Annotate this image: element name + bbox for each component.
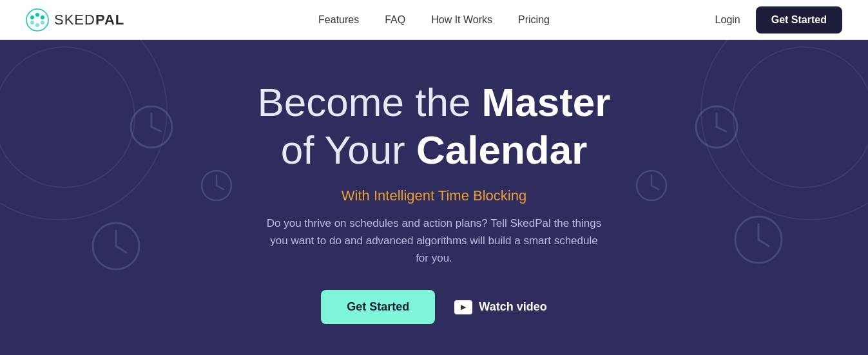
svg-point-3 (41, 15, 44, 19)
hero-description: Do you thrive on schedules and action pl… (267, 215, 602, 267)
svg-point-1 (30, 15, 34, 19)
svg-point-5 (35, 23, 39, 27)
hero-actions: Get Started Watch video (258, 290, 611, 324)
clock-icon-3 (90, 220, 142, 274)
hero-title-light: Become the (258, 80, 471, 124)
nav-faq[interactable]: FAQ (385, 14, 405, 25)
hero-content: Become the Master of Your Calendar With … (258, 79, 611, 324)
clock-icon-1 (129, 104, 174, 152)
logo-icon (26, 8, 49, 32)
svg-line-21 (651, 186, 659, 189)
clock-icon-5 (635, 169, 668, 205)
svg-point-4 (30, 21, 34, 24)
svg-line-24 (758, 240, 769, 246)
svg-line-18 (717, 127, 726, 131)
hero-title-master: Master (482, 80, 611, 124)
svg-line-12 (217, 186, 224, 189)
hero-title-calendar: Calendar (416, 128, 587, 172)
hero-title-of-your: of Your (281, 128, 405, 172)
hero-title: Become the Master of Your Calendar (258, 79, 611, 175)
nav-how-it-works[interactable]: How It Works (431, 14, 492, 25)
clock-icon-6 (733, 214, 784, 268)
svg-line-15 (116, 246, 126, 253)
hero-section: Become the Master of Your Calendar With … (0, 40, 868, 355)
video-camera-icon (454, 300, 472, 314)
svg-line-9 (151, 127, 161, 131)
login-link[interactable]: Login (715, 14, 740, 26)
nav-menu: Features FAQ How It Works Pricing (318, 14, 550, 26)
svg-point-2 (35, 13, 39, 17)
bg-circle-2 (0, 46, 135, 188)
clock-icon-4 (694, 104, 739, 152)
nav-pricing[interactable]: Pricing (518, 14, 550, 25)
get-started-hero-button[interactable]: Get Started (321, 290, 435, 324)
nav-features[interactable]: Features (318, 14, 359, 25)
watch-video-button[interactable]: Watch video (454, 300, 546, 314)
clock-icon-2 (200, 169, 233, 205)
hero-subtitle: With Intelligent Time Blocking (258, 187, 611, 204)
logo-text: SKEDPAL (54, 12, 124, 28)
svg-point-6 (41, 21, 44, 24)
bg-circle-4 (733, 46, 868, 188)
svg-point-0 (26, 9, 48, 31)
get-started-nav-button[interactable]: Get Started (756, 6, 842, 34)
logo[interactable]: SKEDPAL (26, 8, 124, 32)
watch-video-label: Watch video (479, 300, 546, 314)
navbar: SKEDPAL Features FAQ How It Works Pricin… (0, 0, 868, 40)
nav-right: Login Get Started (715, 6, 842, 34)
